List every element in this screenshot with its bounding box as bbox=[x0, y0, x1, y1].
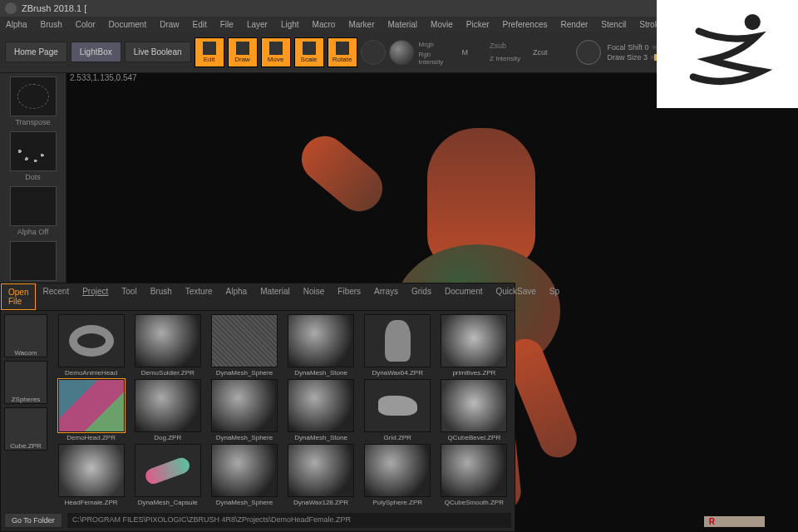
lightbox-item[interactable]: QCubeBevel.ZPR bbox=[437, 379, 511, 441]
lightbox-item-label: DemoSoldier.ZPR bbox=[141, 369, 195, 377]
lightbox-item-label: PolySphere.ZPR bbox=[372, 499, 422, 506]
menu-edit[interactable]: Edit bbox=[190, 18, 209, 31]
m-label[interactable]: M bbox=[462, 48, 469, 57]
lightbox-path-field[interactable]: C:\PROGRAM FILES\PIXOLOGIC\ZBRUSH 4R8\ZP… bbox=[67, 513, 511, 528]
lightbox-thumb bbox=[135, 314, 201, 367]
lightbox-side-zspheres[interactable]: ZSpheres bbox=[4, 361, 47, 404]
lightbox-thumb bbox=[441, 444, 507, 497]
live-boolean-button[interactable]: Live Boolean bbox=[125, 42, 191, 62]
menu-alpha[interactable]: Alpha bbox=[3, 18, 30, 31]
lightbox-item[interactable]: PolySphere.ZPR bbox=[361, 444, 435, 506]
lightbox-tab-texture[interactable]: Texture bbox=[179, 283, 219, 310]
lightbox-thumb bbox=[364, 314, 431, 367]
alpha-shelf-item[interactable]: Alpha Off bbox=[7, 186, 60, 236]
menu-preferences[interactable]: Preferences bbox=[500, 18, 550, 31]
menu-movie[interactable]: Movie bbox=[428, 18, 456, 31]
lightbox-tab-arrays[interactable]: Arrays bbox=[367, 283, 405, 310]
zsub-label: Zsub bbox=[490, 42, 506, 50]
lightbox-item[interactable]: DynaWax64.ZPR bbox=[361, 314, 435, 377]
menu-layer[interactable]: Layer bbox=[244, 18, 270, 31]
transpose-shelf-item[interactable]: Transpose bbox=[7, 76, 60, 126]
brush-preview-icon[interactable] bbox=[576, 40, 601, 65]
lightbox-tab-noise[interactable]: Noise bbox=[297, 283, 332, 310]
dots-shelf-item[interactable]: Dots bbox=[7, 131, 60, 181]
draw-mode-button[interactable]: Draw bbox=[228, 37, 258, 67]
menu-marker[interactable]: Marker bbox=[346, 18, 377, 31]
menu-picker[interactable]: Picker bbox=[464, 18, 492, 31]
lightbox-tab-alpha[interactable]: Alpha bbox=[219, 283, 254, 310]
lightbox-item[interactable]: QCubeSmooth.ZPR bbox=[437, 444, 511, 506]
draw-icon bbox=[236, 42, 249, 55]
lightbox-tab-brush[interactable]: Brush bbox=[144, 283, 179, 310]
lightbox-item[interactable]: DynaMesh_Stone bbox=[283, 379, 357, 441]
move-icon bbox=[269, 42, 283, 55]
menu-material[interactable]: Material bbox=[386, 18, 421, 31]
menu-brush[interactable]: Brush bbox=[38, 18, 65, 31]
lightbox-button[interactable]: LightBox bbox=[71, 42, 121, 62]
lightbox-item[interactable]: DynaMesh_Sphere bbox=[207, 444, 281, 506]
lightbox-tab-tool[interactable]: Tool bbox=[115, 283, 143, 310]
lightbox-tab-openfile[interactable]: Open File bbox=[1, 283, 36, 310]
lightbox-tab-recent[interactable]: Recent bbox=[36, 283, 76, 310]
lightbox-item[interactable]: DynaMesh_Capsule bbox=[131, 444, 204, 506]
texture-thumb bbox=[10, 241, 57, 281]
zbrush-logo-icon bbox=[669, 8, 786, 100]
go-to-folder-button[interactable]: Go To Folder bbox=[4, 513, 62, 528]
scale-mode-button[interactable]: Scale bbox=[294, 37, 324, 67]
lightbox-thumb bbox=[211, 444, 278, 497]
menu-light[interactable]: Light bbox=[278, 18, 302, 31]
lightbox-tab-grids[interactable]: Grids bbox=[405, 283, 438, 310]
lightbox-item[interactable]: primitives.ZPR bbox=[437, 314, 511, 377]
lightbox-item[interactable]: DynaMesh_Stone bbox=[283, 314, 357, 377]
lightbox-item[interactable]: DemoAnimeHead bbox=[54, 314, 128, 377]
lightbox-tab-sp[interactable]: Sp bbox=[543, 283, 566, 310]
lightbox-item-label: DynaMesh_Sphere bbox=[216, 369, 273, 377]
zcut-label[interactable]: Zcut bbox=[533, 48, 548, 57]
lightbox-thumb bbox=[288, 379, 354, 432]
lightbox-item-label: DynaMesh_Capsule bbox=[138, 499, 198, 506]
lightbox-item[interactable]: HeadFemale.ZPR bbox=[54, 444, 128, 506]
lightbox-item[interactable]: DynaMesh_Sphere bbox=[207, 379, 281, 441]
lightbox-item-label: DynaMesh_Stone bbox=[294, 434, 347, 441]
gyro-button[interactable] bbox=[361, 40, 386, 65]
menu-draw[interactable]: Draw bbox=[157, 18, 181, 31]
rotate-mode-button[interactable]: Rotate bbox=[328, 37, 357, 67]
lightbox-item[interactable]: DynaMesh_Sphere bbox=[207, 314, 281, 377]
scale-icon bbox=[303, 42, 316, 55]
lightbox-item[interactable]: DemoSoldier.ZPR bbox=[131, 314, 204, 377]
lightbox-tab-material[interactable]: Material bbox=[254, 283, 297, 310]
material-preview-button[interactable] bbox=[389, 40, 414, 65]
lightbox-thumb bbox=[288, 314, 354, 367]
lightbox-side-cube[interactable]: Cube.ZPR bbox=[4, 407, 47, 451]
lightbox-item-label: QCubeBevel.ZPR bbox=[448, 434, 501, 441]
lightbox-side-wacom[interactable]: Wacom bbox=[4, 314, 47, 357]
zbrush-logo-overlay bbox=[657, 0, 798, 108]
color-channel-block[interactable]: Mrgb Rgb Intensity bbox=[417, 39, 459, 66]
lightbox-tab-quicksave[interactable]: QuickSave bbox=[489, 283, 542, 310]
lightbox-tab-document[interactable]: Document bbox=[438, 283, 490, 310]
lightbox-item[interactable]: Grid.ZPR bbox=[361, 379, 435, 441]
menu-file[interactable]: File bbox=[218, 18, 236, 31]
lightbox-item-label: DemoHead.ZPR bbox=[66, 434, 116, 441]
lightbox-item[interactable]: DynaWax128.ZPR bbox=[283, 444, 357, 506]
lightbox-item[interactable]: Dog.ZPR bbox=[131, 379, 204, 441]
menu-macro[interactable]: Macro bbox=[310, 18, 338, 31]
alpha-thumb bbox=[10, 186, 57, 226]
menu-render[interactable]: Render bbox=[559, 18, 591, 31]
z-channel-block[interactable]: Zsub Z Intensity bbox=[488, 39, 530, 66]
lightbox-item[interactable]: DemoHead.ZPR bbox=[54, 379, 128, 441]
rotate-label: Rotate bbox=[332, 56, 352, 63]
edit-mode-button[interactable]: Edit bbox=[195, 37, 224, 67]
lightbox-item-label: Dog.ZPR bbox=[154, 434, 181, 441]
lightbox-thumb bbox=[211, 379, 278, 432]
menu-document[interactable]: Document bbox=[106, 18, 150, 31]
z-intensity-label: Z Intensity bbox=[490, 55, 520, 62]
menu-stencil[interactable]: Stencil bbox=[598, 18, 628, 31]
lightbox-tab-fibers[interactable]: Fibers bbox=[331, 283, 367, 310]
lightbox-item-label: QCubeSmooth.ZPR bbox=[445, 499, 504, 506]
menu-color[interactable]: Color bbox=[73, 18, 98, 31]
svg-point-0 bbox=[745, 14, 761, 30]
move-mode-button[interactable]: Move bbox=[261, 37, 291, 67]
lightbox-tab-project[interactable]: Project bbox=[76, 283, 115, 310]
home-page-button[interactable]: Home Page bbox=[5, 42, 67, 62]
